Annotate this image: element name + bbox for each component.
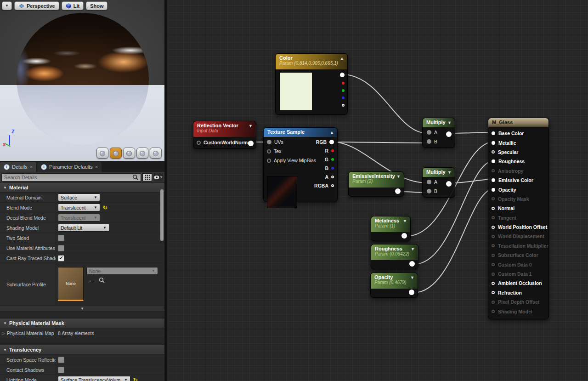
output-pin[interactable] — [248, 141, 254, 146]
output-row[interactable]: RGB — [316, 139, 334, 145]
output-pin[interactable] — [329, 140, 334, 144]
input-pin[interactable] — [492, 301, 495, 304]
view-options-button[interactable]: ▼ — [153, 173, 163, 182]
output-pin[interactable] — [446, 131, 452, 137]
input-pin[interactable] — [492, 197, 495, 200]
output-pin[interactable] — [331, 158, 334, 161]
input-pin[interactable] — [492, 273, 495, 276]
node-multiply-top[interactable]: Multiply ▼ A B — [422, 118, 455, 148]
output-pin[interactable] — [401, 233, 407, 239]
material-pin-row[interactable]: World Displacement — [488, 232, 548, 241]
output-row[interactable]: B — [325, 165, 334, 171]
material-pin-row[interactable]: Normal — [488, 204, 548, 213]
material-pin-row[interactable]: Opacity Mask — [488, 194, 548, 204]
preview-shape-button[interactable] — [110, 148, 122, 159]
input-pin[interactable] — [492, 159, 495, 163]
collapse-arrow-icon[interactable]: ▼ — [410, 275, 414, 280]
output-pin[interactable] — [395, 188, 401, 194]
input-pin[interactable] — [492, 254, 495, 257]
node-emissive-intensity[interactable]: EmissiveIntensity Param (2) ▼ — [348, 171, 404, 197]
output-row[interactable]: A — [325, 174, 334, 180]
node-header[interactable]: Roughness Param (0.06422) ▼ — [371, 245, 418, 260]
node-color-header[interactable]: Color Param (0.814,0.905,0.665,1) ▲ — [276, 54, 347, 69]
viewport-options-dropdown[interactable]: ▼ — [2, 1, 12, 10]
input-pin[interactable] — [492, 131, 495, 135]
details-scrollbar[interactable] — [160, 189, 164, 241]
preview-shape-button[interactable] — [123, 148, 135, 159]
input-pin[interactable] — [492, 291, 495, 294]
node-metalness[interactable]: Metalness Param (1) ▼ — [371, 216, 411, 241]
collapse-arrow-icon[interactable]: ▼ — [249, 124, 253, 128]
node-reflection-vector[interactable]: Reflection Vector Input Data ▼ CustomWor… — [193, 121, 256, 149]
use-material-attributes-checkbox[interactable] — [58, 245, 64, 251]
node-header[interactable]: Opacity Param (0.4679) ▼ — [371, 273, 418, 289]
section-physical-material-mask[interactable]: ▼ Physical Material Mask — [0, 318, 164, 328]
collapse-arrow-icon[interactable]: ▼ — [447, 120, 452, 125]
tab-close-icon[interactable]: × — [95, 164, 98, 170]
tab-details[interactable]: i Details × — [0, 162, 36, 172]
material-pin-row[interactable]: Tangent — [488, 213, 548, 222]
input-pin[interactable] — [427, 180, 431, 184]
output-row[interactable]: R — [325, 148, 334, 154]
search-input[interactable] — [4, 175, 132, 180]
output-pin[interactable] — [446, 181, 452, 187]
section-translucency[interactable]: ▼ Translucency — [0, 345, 164, 355]
material-pin-row[interactable]: Tessellation Multiplier — [488, 241, 548, 250]
panel-divider[interactable] — [164, 0, 167, 381]
material-pin-row[interactable]: Custom Data 1 — [488, 269, 548, 279]
input-row[interactable]: B — [427, 139, 451, 144]
material-pin-row[interactable]: Specular — [488, 148, 548, 157]
output-pin[interactable] — [331, 167, 334, 170]
material-pin-row[interactable]: Subsurface Color — [488, 250, 548, 260]
material-pin-row[interactable]: Metallic — [488, 138, 548, 147]
material-pin-row[interactable]: Anisotropy — [488, 166, 548, 176]
preview-shape-button[interactable] — [96, 148, 108, 159]
output-pin[interactable] — [340, 73, 345, 77]
section-collapse-icon[interactable]: ▼ — [3, 348, 7, 352]
node-color[interactable]: Color Param (0.814,0.905,0.665,1) ▲ — [275, 53, 348, 115]
show-button[interactable]: Show — [86, 1, 107, 10]
material-pin-row[interactable]: Custom Data 0 — [488, 260, 548, 269]
node-opacity[interactable]: Opacity Param (0.4679) ▼ — [370, 273, 418, 298]
input-pin[interactable] — [492, 216, 495, 219]
lit-button[interactable]: Lit — [62, 1, 84, 10]
material-graph-canvas[interactable]: Color Param (0.814,0.905,0.665,1) ▲ Refl… — [167, 0, 588, 381]
node-header[interactable]: Reflection Vector Input Data ▼ — [193, 121, 256, 137]
node-header[interactable]: Multiply ▼ — [423, 168, 455, 177]
node-header[interactable]: Multiply ▼ — [423, 118, 455, 127]
output-pin[interactable] — [342, 89, 345, 92]
material-pin-row[interactable]: Opacity — [488, 185, 548, 194]
contact-shadows-checkbox[interactable] — [58, 367, 64, 373]
lighting-mode-combo[interactable]: Surface TranslucencyVolume ▼ — [58, 376, 130, 381]
shading-model-combo[interactable]: Default Lit ▼ — [58, 224, 109, 232]
input-pin[interactable] — [427, 130, 431, 135]
material-domain-combo[interactable]: Surface ▼ — [58, 193, 100, 201]
input-pin[interactable] — [427, 139, 431, 144]
input-pin[interactable] — [492, 244, 495, 247]
preview-shape-button[interactable] — [136, 148, 148, 159]
material-pin-row[interactable]: Refraction — [488, 288, 548, 297]
material-pin-row[interactable]: Shading Model — [488, 307, 548, 316]
cast-ray-traced-shadows-checkbox[interactable]: ✔ — [58, 255, 64, 262]
screen-space-reflections-checkbox[interactable] — [58, 357, 64, 363]
material-pin-row[interactable]: Pixel Depth Offset — [488, 297, 548, 307]
input-pin[interactable] — [197, 141, 201, 145]
input-pin[interactable] — [492, 235, 495, 238]
advanced-expander[interactable]: ▼ — [0, 306, 164, 312]
input-pin[interactable] — [492, 141, 495, 145]
output-pin[interactable] — [342, 82, 345, 85]
input-pin[interactable] — [427, 189, 431, 193]
material-pin-row[interactable]: Roughness — [488, 157, 548, 166]
input-row[interactable]: B — [427, 188, 451, 194]
output-pin[interactable] — [342, 104, 345, 107]
node-texture-sample[interactable]: Texture Sample ▲ UVs Tex — [263, 127, 338, 202]
output-pin[interactable] — [409, 261, 415, 267]
collapse-arrow-icon[interactable]: ▼ — [447, 170, 452, 175]
subsurface-profile-thumbnail[interactable]: None — [58, 267, 84, 301]
output-row[interactable]: RGBA — [314, 183, 334, 188]
browse-to-asset-icon[interactable] — [99, 277, 105, 283]
preview-viewport[interactable]: ▼ Perspective Lit Show Z x — [0, 0, 164, 161]
input-pin[interactable] — [267, 159, 271, 163]
node-m-glass[interactable]: M_Glass Base Color Metallic Specular — [488, 118, 549, 319]
search-box[interactable] — [1, 173, 141, 182]
